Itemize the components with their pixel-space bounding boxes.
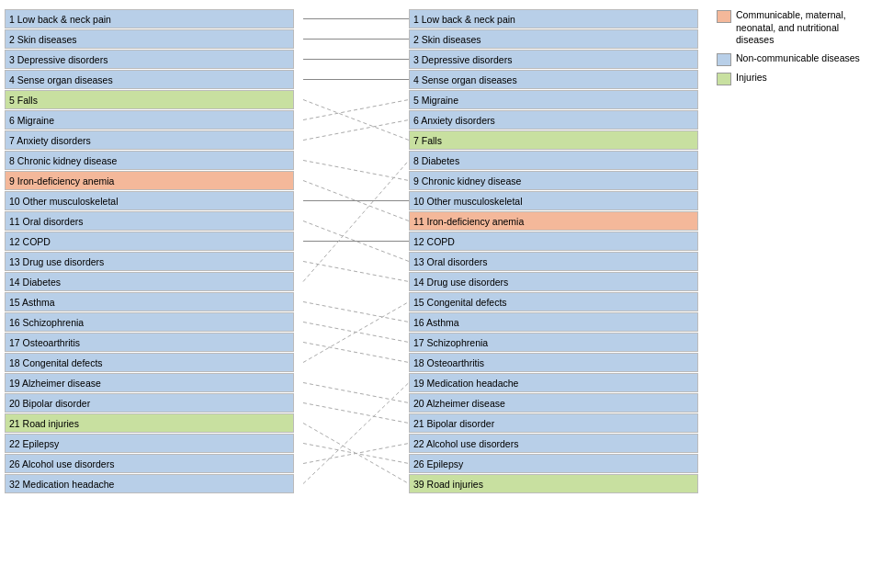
left-rank-item: 9 Iron-deficiency anemia <box>5 171 303 190</box>
left-rank-box: 15 Asthma <box>5 292 294 311</box>
svg-line-17 <box>303 302 409 363</box>
left-rank-box: 22 Epilepsy <box>5 434 294 453</box>
right-rank-item: 9 Chronic kidney disease <box>409 171 707 190</box>
left-rank-item: 13 Drug use disorders <box>5 252 303 271</box>
left-rank-item: 7 Anxiety disorders <box>5 130 303 150</box>
left-rank-box: 16 Schizophrenia <box>5 312 294 332</box>
left-rank-box: 2 Skin diseases <box>5 29 294 49</box>
legend-item: Communicable, maternal, neonatal, and nu… <box>717 9 882 47</box>
left-rank-box: 9 Iron-deficiency anemia <box>5 171 294 190</box>
right-rank-item: 21 Bipolar disorder <box>409 413 707 433</box>
left-rank-box: 17 Osteoarthritis <box>5 333 294 352</box>
right-rank-box: 7 Falls <box>409 130 698 150</box>
left-rank-item: 6 Migraine <box>5 110 303 130</box>
left-rank-item: 8 Chronic kidney disease <box>5 151 303 170</box>
right-rank-item: 20 Alzheimer disease <box>409 393 707 413</box>
right-rank-item: 10 Other musculoskeletal <box>409 191 707 210</box>
legend-label: Injuries <box>736 72 767 85</box>
right-rank-item: 8 Diabetes <box>409 151 707 170</box>
left-rank-box: 6 Migraine <box>5 110 294 130</box>
right-rank-box: 5 Migraine <box>409 90 698 109</box>
left-rank-item: 4 Sense organ diseases <box>5 70 303 89</box>
right-rank-item: 16 Asthma <box>409 312 707 332</box>
left-rank-box: 4 Sense organ diseases <box>5 70 294 89</box>
right-rank-item: 3 Depressive disorders <box>409 50 707 69</box>
left-rank-item: 5 Falls <box>5 90 303 109</box>
left-rank-item: 22 Epilepsy <box>5 434 303 453</box>
right-rank-box: 16 Asthma <box>409 312 698 332</box>
right-rank-box: 11 Iron-deficiency anemia <box>409 211 698 231</box>
left-rank-box: 5 Falls <box>5 90 294 109</box>
left-rank-item: 20 Bipolar disorder <box>5 393 303 413</box>
left-rank-box: 11 Oral disorders <box>5 211 294 231</box>
right-rank-item: 19 Medication headache <box>409 373 707 392</box>
right-rank-item: 39 Road injuries <box>409 474 707 493</box>
right-rank-item: 5 Migraine <box>409 90 707 109</box>
left-rank-item: 16 Schizophrenia <box>5 312 303 332</box>
right-rank-box: 20 Alzheimer disease <box>409 393 698 413</box>
left-rank-box: 8 Chronic kidney disease <box>5 151 294 170</box>
left-rank-item: 11 Oral disorders <box>5 211 303 231</box>
right-rank-box: 13 Oral disorders <box>409 252 698 271</box>
left-rank-item: 10 Other musculoskeletal <box>5 191 303 210</box>
right-rank-box: 1 Low back & neck pain <box>409 9 698 28</box>
right-rank-box: 6 Anxiety disorders <box>409 110 698 130</box>
right-rank-box: 2 Skin diseases <box>409 29 698 49</box>
right-rank-item: 11 Iron-deficiency anemia <box>409 211 707 231</box>
right-rank-box: 3 Depressive disorders <box>409 50 698 69</box>
right-rank-item: 1 Low back & neck pain <box>409 9 707 28</box>
left-rank-box: 19 Alzheimer disease <box>5 373 294 392</box>
right-rank-item: 2 Skin diseases <box>409 29 707 49</box>
left-rank-item: 14 Diabetes <box>5 272 303 291</box>
left-rank-item: 1 Low back & neck pain <box>5 9 303 28</box>
left-rank-item: 32 Medication headache <box>5 474 303 493</box>
left-rank-item: 19 Alzheimer disease <box>5 373 303 392</box>
legend: Communicable, maternal, neonatal, and nu… <box>717 9 882 91</box>
svg-line-6 <box>303 120 409 141</box>
legend-label: Communicable, maternal, neonatal, and nu… <box>736 9 878 47</box>
svg-line-18 <box>303 383 409 403</box>
right-rank-item: 22 Alcohol use disorders <box>409 434 707 453</box>
svg-line-5 <box>303 100 409 120</box>
right-column: 1 Low back & neck pain2 Skin diseases3 D… <box>409 9 707 503</box>
right-rank-box: 15 Congenital defects <box>409 292 698 311</box>
left-rank-box: 18 Congenital defects <box>5 353 294 372</box>
left-rank-box: 26 Alcohol use disorders <box>5 454 294 473</box>
left-rank-item: 21 Road injuries <box>5 413 303 433</box>
right-rank-item: 17 Schizophrenia <box>409 333 707 352</box>
right-rank-item: 14 Drug use disorders <box>409 272 707 291</box>
legend-color <box>717 53 731 66</box>
right-rank-item: 26 Epilepsy <box>409 454 707 473</box>
left-rank-box: 3 Depressive disorders <box>5 50 294 69</box>
svg-line-13 <box>303 161 409 282</box>
svg-line-16 <box>303 343 409 363</box>
left-rank-item: 17 Osteoarthritis <box>5 333 303 352</box>
main-container: 1 Low back & neck pain2 Skin diseases3 D… <box>0 0 882 588</box>
left-rank-box: 14 Diabetes <box>5 272 294 291</box>
left-rank-box: 12 COPD <box>5 232 294 251</box>
right-rank-item: 6 Anxiety disorders <box>409 110 707 130</box>
left-rank-box: 20 Bipolar disorder <box>5 393 294 413</box>
svg-line-12 <box>303 262 409 282</box>
legend-color <box>717 10 731 23</box>
right-rank-box: 21 Bipolar disorder <box>409 413 698 433</box>
right-rank-box: 12 COPD <box>409 232 698 251</box>
svg-line-14 <box>303 302 409 322</box>
left-rank-box: 32 Medication headache <box>5 474 294 493</box>
svg-line-7 <box>303 161 409 181</box>
right-rank-box: 39 Road injuries <box>409 474 698 493</box>
header <box>0 0 882 7</box>
legend-item: Non-communicable diseases <box>717 52 882 66</box>
left-rank-item: 15 Asthma <box>5 292 303 311</box>
svg-line-4 <box>303 100 409 141</box>
right-rank-box: 19 Medication headache <box>409 373 698 392</box>
svg-line-19 <box>303 403 409 424</box>
left-rank-item: 12 COPD <box>5 232 303 251</box>
right-rank-item: 12 COPD <box>409 232 707 251</box>
left-rank-box: 13 Drug use disorders <box>5 252 294 271</box>
connections-svg <box>303 9 409 503</box>
right-rank-box: 4 Sense organ diseases <box>409 70 698 89</box>
right-rank-box: 8 Diabetes <box>409 151 698 170</box>
left-rank-box: 1 Low back & neck pain <box>5 9 294 28</box>
right-rank-box: 14 Drug use disorders <box>409 272 698 291</box>
